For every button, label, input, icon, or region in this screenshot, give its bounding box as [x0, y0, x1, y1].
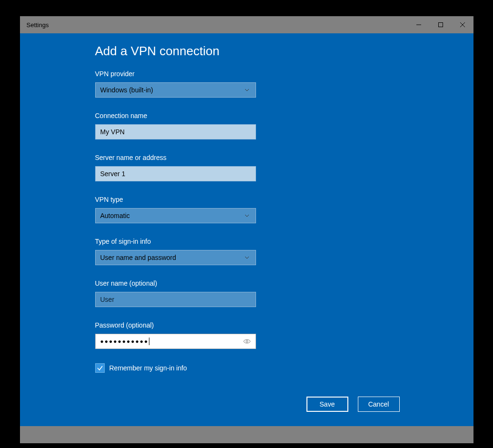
field-connection-name: Connection name My VPN	[95, 112, 400, 139]
remember-row: Remember my sign-in info	[95, 363, 400, 373]
field-vpn-type: VPN type Automatic	[95, 196, 400, 223]
server-name-label: Server name or address	[95, 154, 400, 161]
maximize-button[interactable]	[430, 16, 452, 33]
svg-rect-0	[438, 23, 443, 27]
button-row: Save Cancel	[95, 397, 400, 412]
titlebar: Settings	[20, 16, 473, 33]
connection-name-input[interactable]: My VPN	[95, 124, 256, 139]
check-icon	[97, 365, 103, 371]
cancel-button[interactable]: Cancel	[358, 397, 400, 412]
save-button[interactable]: Save	[306, 397, 348, 412]
user-name-value: User	[100, 296, 115, 303]
vpn-provider-value: Windows (built-in)	[100, 86, 153, 94]
field-vpn-provider: VPN provider Windows (built-in)	[95, 70, 400, 98]
field-user-name: User name (optional) User	[95, 279, 400, 307]
user-name-label: User name (optional)	[95, 279, 400, 287]
content-area: Add a VPN connection VPN provider Window…	[20, 33, 473, 426]
user-name-input[interactable]: User	[95, 292, 256, 307]
password-label: Password (optional)	[95, 321, 400, 329]
vpn-provider-label: VPN provider	[95, 70, 400, 78]
minimize-button[interactable]	[408, 16, 430, 33]
vpn-provider-select[interactable]: Windows (built-in)	[95, 82, 256, 98]
password-input[interactable]: ●●●●●●●●●●●	[95, 334, 256, 349]
remember-checkbox[interactable]	[95, 363, 105, 373]
field-password: Password (optional) ●●●●●●●●●●●	[95, 321, 400, 349]
vpn-type-select[interactable]: Automatic	[95, 208, 256, 223]
remember-label: Remember my sign-in info	[109, 364, 187, 372]
close-button[interactable]	[452, 16, 473, 33]
chevron-down-icon	[244, 213, 250, 219]
svg-point-1	[246, 340, 248, 342]
settings-window: Settings	[20, 16, 473, 443]
close-icon	[460, 22, 465, 27]
chevron-down-icon	[244, 87, 250, 93]
server-name-input[interactable]: Server 1	[95, 166, 256, 181]
connection-name-label: Connection name	[95, 112, 400, 119]
connection-name-value: My VPN	[100, 128, 125, 136]
chevron-down-icon	[244, 255, 250, 260]
field-signin-type: Type of sign-in info User name and passw…	[95, 238, 400, 265]
text-caret	[149, 338, 149, 345]
bottom-strip	[20, 426, 473, 443]
page-title: Add a VPN connection	[95, 44, 400, 59]
password-value: ●●●●●●●●●●●	[100, 338, 150, 345]
window-title: Settings	[20, 21, 49, 29]
signin-type-select[interactable]: User name and password	[95, 250, 256, 265]
vpn-type-label: VPN type	[95, 196, 400, 203]
signin-type-value: User name and password	[100, 254, 177, 261]
vpn-type-value: Automatic	[100, 212, 130, 219]
minimize-icon	[416, 22, 421, 27]
server-name-value: Server 1	[100, 170, 126, 178]
field-server-name: Server name or address Server 1	[95, 154, 400, 181]
signin-type-label: Type of sign-in info	[95, 238, 400, 245]
vpn-form: Add a VPN connection VPN provider Window…	[95, 44, 400, 412]
maximize-icon	[438, 22, 443, 27]
reveal-password-icon[interactable]	[243, 338, 251, 344]
